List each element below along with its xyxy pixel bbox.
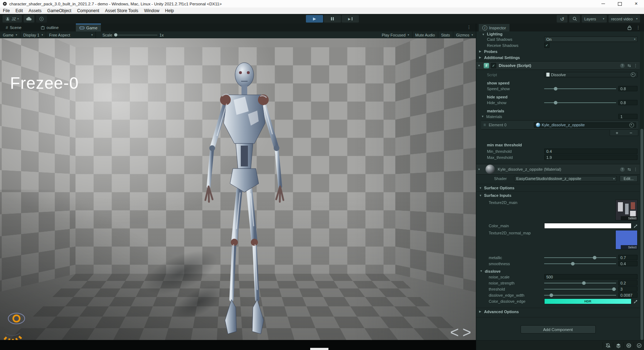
eyedropper-icon[interactable] (633, 299, 638, 303)
close-button[interactable]: ✕ (628, 0, 644, 8)
mute-notifications-button[interactable] (602, 342, 613, 349)
script-object-field[interactable]: Dissolve (544, 72, 638, 77)
tab-inspector[interactable]: i Inspector (479, 24, 509, 31)
scrollbar-thumb[interactable] (640, 129, 643, 340)
menu-asset-store-tools[interactable]: Asset Store Tools (102, 8, 141, 13)
min-threshold-field[interactable]: 0.4 (544, 149, 638, 154)
account-dropdown[interactable]: JZ ▾ (3, 15, 22, 23)
pause-button[interactable] (324, 15, 341, 23)
display-dropdown[interactable]: Display 1▾ (20, 31, 46, 38)
presets-icon[interactable]: ⇆ (628, 63, 631, 68)
eye-open-icon[interactable] (7, 311, 26, 326)
stats-toggle[interactable]: Stats (438, 31, 453, 38)
receive-shadows-checkbox[interactable]: ✓ (544, 43, 550, 48)
surface-options-section[interactable]: ▼ Surface Options (476, 184, 640, 191)
menu-edit[interactable]: Edit (13, 8, 26, 13)
speed-show-value[interactable]: 0.8 (618, 86, 638, 91)
smoothness-slider[interactable] (544, 261, 616, 266)
menu-gameobject[interactable]: GameObject (44, 8, 74, 13)
probes-header[interactable]: Probes (484, 49, 497, 54)
material-element-row[interactable]: ≡ Element 0 Kyle_dissolve_z_oppsite (481, 120, 638, 130)
materials-size-field[interactable]: 1 (618, 114, 638, 119)
layers-stack-button[interactable] (613, 342, 623, 349)
hide-show-slider[interactable] (544, 100, 616, 105)
metallic-value[interactable]: 0.7 (618, 255, 638, 260)
shader-edit-button[interactable]: Edit... (620, 175, 638, 182)
max-threshold-field[interactable]: 1.9 (544, 155, 638, 160)
edge-width-slider[interactable] (544, 292, 616, 298)
speed-show-slider[interactable] (544, 86, 616, 91)
element0-object-field[interactable]: Kyle_dissolve_z_oppsite (534, 122, 636, 128)
menu-help[interactable]: Help (162, 8, 177, 13)
material-header[interactable]: ▼ Kyle_dissolve_z_oppsite (Material) ? ⇆… (476, 164, 640, 175)
kebab-icon[interactable]: ⋮ (634, 63, 638, 68)
lock-icon[interactable] (628, 25, 631, 30)
hide-show-value[interactable]: 0.8 (618, 100, 638, 105)
menu-assets[interactable]: Assets (26, 8, 44, 13)
smoothness-value[interactable]: 0.4 (618, 261, 638, 266)
remove-element-button[interactable]: − (630, 130, 633, 136)
scale-slider[interactable] (114, 35, 157, 35)
additional-settings-header[interactable]: Additional Settings (484, 55, 520, 60)
dissolve-section-header[interactable]: ▼ disslove (476, 268, 640, 274)
metallic-slider[interactable] (544, 255, 616, 260)
select-button[interactable]: Select (621, 216, 637, 220)
mute-audio-toggle[interactable]: Mute Audio (413, 31, 438, 38)
record-video-dropdown[interactable]: record video ▾ (609, 15, 640, 23)
foldout-materials[interactable]: ▼ (481, 115, 486, 118)
object-picker-icon[interactable] (631, 72, 635, 77)
foldout-additional-settings[interactable]: ▶ (479, 56, 484, 59)
edge-color-swatch[interactable]: HDR (544, 298, 631, 304)
color-main-swatch[interactable] (544, 223, 631, 229)
add-element-button[interactable]: + (616, 130, 619, 136)
object-picker-icon[interactable] (629, 123, 634, 127)
kebab-icon[interactable]: ⋮ (634, 167, 638, 172)
noise-scale-field[interactable]: 500 (544, 274, 638, 279)
tab-scene[interactable]: # Scene (2, 24, 25, 31)
game-mode-dropdown[interactable]: Game▾ (0, 31, 20, 38)
foldout-lighting[interactable]: ▼ (482, 33, 487, 36)
cloud-button[interactable] (24, 15, 34, 23)
presets-icon[interactable]: ⇆ (628, 167, 631, 172)
inspector-menu-kebab[interactable]: ⋮ (636, 25, 640, 30)
eyedropper-icon[interactable] (633, 224, 638, 228)
noise-strength-value[interactable]: 0.2 (618, 280, 638, 286)
search-button[interactable] (569, 15, 580, 23)
surface-inputs-section[interactable]: ▼ Surface Inputs (476, 191, 640, 199)
layers-dropdown[interactable]: Layers ▾ (582, 15, 607, 23)
prev-arrow[interactable]: < (450, 324, 459, 340)
threshold-value[interactable]: 3 (618, 286, 638, 292)
tab-outline[interactable]: outline (37, 24, 62, 31)
texture-normal-thumbnail[interactable]: Select (615, 230, 638, 249)
game-view-menu-kebab[interactable]: ⋮ (467, 25, 471, 30)
edge-width-value[interactable]: 0.0087 (618, 292, 638, 298)
eye-closed-icon[interactable] (3, 329, 22, 340)
scale-slider-thumb[interactable] (114, 33, 117, 37)
drag-handle-icon[interactable]: ≡ (483, 122, 486, 127)
check-status-button[interactable] (634, 342, 644, 349)
menu-component[interactable]: Component (74, 8, 102, 13)
threshold-slider[interactable] (544, 286, 616, 292)
menu-file[interactable]: File (0, 8, 13, 13)
gizmos-dropdown[interactable]: Gizmos▾ (453, 31, 476, 38)
world-button[interactable] (623, 342, 634, 349)
dissolve-enabled-checkbox[interactable]: ✓ (491, 63, 496, 68)
step-button[interactable]: ▶ (342, 15, 359, 23)
select-button[interactable]: Select (621, 245, 637, 249)
inspector-scrollbar[interactable] (640, 31, 644, 341)
add-component-button[interactable]: Add Component (521, 325, 596, 334)
play-focused-dropdown[interactable]: Play Focused▾ (379, 31, 412, 38)
dissolve-script-header[interactable]: ▼ # ✓ Dissolve (Script) ? ⇆ ⋮ (476, 61, 640, 70)
next-arrow[interactable]: > (463, 324, 472, 340)
help-icon[interactable]: ? (620, 63, 625, 68)
help-icon[interactable]: ? (620, 167, 625, 172)
foldout-dissolve-script[interactable]: ▼ (478, 64, 483, 67)
materials-label[interactable]: Materials (486, 115, 537, 119)
foldout-material[interactable]: ▼ (478, 168, 483, 171)
aspect-ratio-dropdown[interactable]: Free Aspect▾ (46, 31, 96, 38)
minimize-button[interactable] (595, 0, 611, 8)
menu-window[interactable]: Window (141, 8, 162, 13)
lighting-header[interactable]: Lighting (487, 32, 502, 36)
maximize-button[interactable] (612, 0, 628, 8)
foldout-probes[interactable]: ▶ (479, 50, 484, 53)
